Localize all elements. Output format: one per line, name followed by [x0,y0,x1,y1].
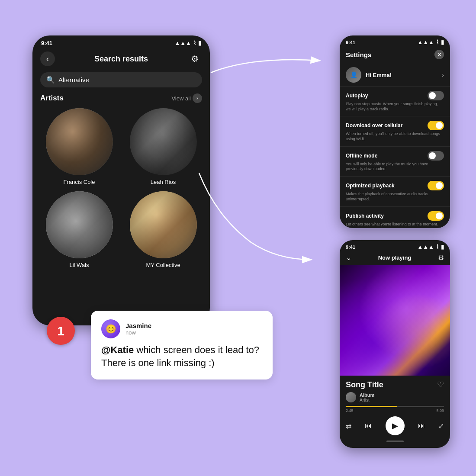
wifi-icon-np: ⌇ [436,244,439,250]
view-all-button[interactable]: View all › [171,93,202,103]
setting-playback: Optimized playback Makes the playback of… [340,177,450,206]
status-time-np: 9:41 [346,244,355,250]
search-bar[interactable]: 🔍 [40,72,202,87]
phone-now-playing: 9:41 ▲▲▲ ⌇ ▮ ⌄ Now playing ⚙ Song Title … [340,240,450,448]
comment-bubble: 😊 Jasmine now @Katie which screen does i… [91,311,273,380]
search-icon: 🔍 [46,76,55,84]
next-icon[interactable]: ⏭ [418,422,425,430]
artist-name-leah: Leah Rios [151,179,176,185]
toggle-autoplay[interactable] [428,91,444,100]
time-total: 5:09 [436,408,444,413]
time-elapsed: 2:45 [346,408,354,413]
artist-name-lil: Lil Wals [69,262,89,268]
notification-badge: 1 [47,317,75,345]
battery-icon-s: ▮ [441,39,444,45]
artists-section-header: Artists View all › [32,93,210,108]
heart-icon[interactable]: ♡ [437,380,444,389]
song-info-row: Song Title ♡ [340,376,450,392]
avatar-francis-cole [46,108,113,175]
setting-cellular: Download over cellular When turned off, … [340,116,450,146]
phone-settings: 9:41 ▲▲▲ ⌇ ▮ Settings ✕ 👤 Hi Emma! › Aut… [340,35,450,228]
wifi-icon: ⌇ [193,40,196,46]
setting-desc-playback: Makes the playback of consecutive audio … [346,192,444,202]
status-bar-settings: 9:41 ▲▲▲ ⌇ ▮ [340,35,450,47]
screen-title: Search results [94,55,148,64]
user-left: 👤 Hi Emma! [346,67,392,83]
setting-label-activity: Publish activity [346,213,384,219]
setting-label-playback: Optimized playback [346,183,395,189]
playback-controls: ⇄ ⏮ ▶ ⏭ ⤢ [340,413,450,439]
song-title: Song Title [346,380,383,389]
status-icons-settings: ▲▲▲ ⌇ ▮ [417,39,444,45]
toggle-playback[interactable] [428,181,444,190]
artist-item-my[interactable]: MY Collective [124,191,202,268]
setting-row-offline: Offline mode [346,151,444,161]
setting-row-playback: Optimized playback [346,181,444,190]
comment-mention: @Katie [101,344,134,355]
comment-text: @Katie which screen does it lead to? The… [101,344,262,369]
artist-item-francis[interactable]: Francis Cole [40,108,118,185]
signal-icon: ▲▲▲ [174,40,191,46]
repeat-icon[interactable]: ⤢ [438,422,444,430]
close-button[interactable]: ✕ [434,50,444,59]
album-artwork [340,265,450,376]
now-playing-topbar: ⌄ Now playing ⚙ [340,252,450,265]
phone-search-results: 9:41 ▲▲▲ ⌇ ▮ ‹ Search results ⚙ 🔍 Artist… [32,35,210,325]
avatar-my-collective [130,191,197,258]
commenter-info: Jasmine now [125,322,151,336]
setting-desc-activity: Let others see what you're listening to … [346,222,444,227]
status-bar-left: 9:41 ▲▲▲ ⌇ ▮ [32,35,210,48]
status-time-left: 9:41 [41,40,52,46]
artist-name-my: MY Collective [146,262,180,268]
setting-row-autoplay: Autoplay [346,91,444,100]
battery-icon-np: ▮ [441,244,444,250]
settings-gear-button[interactable]: ⚙ [187,51,202,66]
settings-title: Settings [346,51,371,58]
user-avatar: 👤 [346,67,361,83]
status-bar-np: 9:41 ▲▲▲ ⌇ ▮ [340,240,450,252]
top-bar-left: ‹ Search results ⚙ [32,48,210,70]
setting-desc-offline: You will only be able to play the music … [346,162,444,172]
prev-icon[interactable]: ⏮ [365,422,372,430]
artist-item-leah[interactable]: Leah Rios [124,108,202,185]
np-album-artist: Album Artist [360,392,374,402]
status-icons-np: ▲▲▲ ⌇ ▮ [417,244,444,250]
view-all-label: View all [171,95,191,102]
np-gear-icon[interactable]: ⚙ [438,254,444,262]
np-artist-name: Artist [360,398,374,402]
setting-desc-autoplay: Play non-stop music. When your songs fin… [346,102,444,112]
wifi-icon-s: ⌇ [436,39,439,45]
setting-label-offline: Offline mode [346,153,377,159]
np-artist-avatar [346,392,356,402]
setting-offline: Offline mode You will only be able to pl… [340,147,450,177]
signal-icon-s: ▲▲▲ [417,39,434,45]
back-button[interactable]: ‹ [40,51,55,66]
signal-icon-np: ▲▲▲ [417,244,434,250]
search-input[interactable] [58,76,196,84]
avatar-lil-wals [46,191,113,258]
setting-autoplay: Autoplay Play non-stop music. When your … [340,87,450,116]
view-all-arrow-icon: › [193,93,202,103]
progress-fill [346,406,397,407]
user-greeting: Hi Emma! [366,72,392,78]
setting-row-cellular: Download over cellular [346,121,444,130]
user-profile-row[interactable]: 👤 Hi Emma! › [340,64,450,87]
artist-name-francis: Francis Cole [64,179,95,185]
setting-desc-cellular: When turned off, you'll only be able to … [346,132,444,142]
toggle-offline[interactable] [428,151,444,161]
play-button[interactable]: ▶ [386,416,405,435]
setting-activity: Publish activity Let others see what you… [340,207,450,228]
comment-time: now [125,329,151,336]
commenter-avatar: 😊 [101,319,120,338]
home-handle-np [386,441,404,442]
toggle-cellular[interactable] [428,121,444,130]
avatar-leah-rios [130,108,197,175]
battery-icon: ▮ [198,40,201,46]
shuffle-icon[interactable]: ⇄ [346,422,351,430]
artist-item-lil[interactable]: Lil Wals [40,191,118,268]
now-playing-label: Now playing [378,254,412,261]
down-chevron-icon[interactable]: ⌄ [346,254,351,262]
commenter-name: Jasmine [125,322,151,329]
toggle-activity[interactable] [428,211,444,221]
progress-bar[interactable] [346,406,444,407]
